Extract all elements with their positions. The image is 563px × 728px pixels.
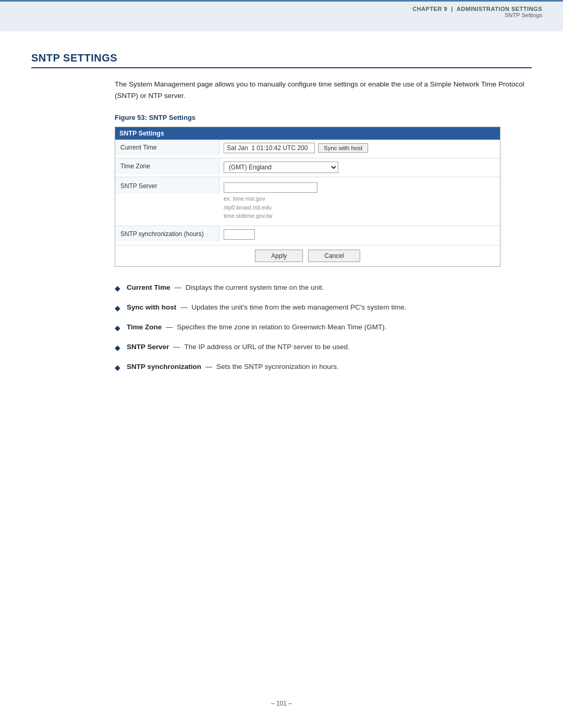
sntp-sync-value <box>219 226 500 243</box>
bullet-item-sntp-sync: ◆ SNTP synchronization — Sets the SNTP s… <box>115 362 532 373</box>
timezone-select[interactable]: (GMT) England <box>224 162 338 173</box>
sntp-table-header: SNTP Settings <box>115 127 500 140</box>
term-time-zone: Time Zone <box>127 323 162 331</box>
dash-3: — <box>166 323 175 331</box>
sntp-settings-table: SNTP Settings Current Time Sync with hos… <box>115 127 500 267</box>
sntp-server-input[interactable] <box>224 182 317 193</box>
desc-sync-host: Updates the unit's time from the web man… <box>191 303 407 311</box>
dash-4: — <box>173 343 182 351</box>
bullet-diamond-3: ◆ <box>115 323 120 334</box>
bullet-diamond-1: ◆ <box>115 283 120 294</box>
bullet-item-sntp-server: ◆ SNTP Server — The IP address or URL of… <box>115 342 532 353</box>
sntp-server-examples: ex: time.nist.govntp0.broad.mit.edutime.… <box>224 194 317 220</box>
sntp-sync-input[interactable] <box>224 229 255 240</box>
figure-caption: Figure 53: SNTP Settings <box>115 114 532 121</box>
current-time-input[interactable] <box>224 143 315 153</box>
current-time-value: Sync with host <box>219 140 500 156</box>
sntp-server-label: SNTP Server <box>115 177 219 194</box>
current-time-label: Current Time <box>115 140 219 155</box>
time-zone-label: Time Zone <box>115 158 219 174</box>
desc-sntp-sync: Sets the SNTP sycnronization in hours. <box>216 363 339 371</box>
apply-button[interactable]: Apply <box>255 250 303 262</box>
sntp-server-area: ex: time.nist.govntp0.broad.mit.edutime.… <box>224 180 317 223</box>
page-footer: – 101 – <box>0 700 563 707</box>
header-text: Chapter 9 | Administration Settings SNTP… <box>412 6 542 18</box>
sync-with-host-button[interactable]: Sync with host <box>318 143 368 153</box>
bullet-diamond-5: ◆ <box>115 362 120 373</box>
bullet-text-4: SNTP Server — The IP address or URL of t… <box>127 342 350 352</box>
section-description: The System Management page allows you to… <box>115 79 532 101</box>
section-title: SNTP Settings <box>31 52 532 68</box>
current-time-row: Current Time Sync with host <box>115 140 500 158</box>
page-header: Chapter 9 | Administration Settings SNTP… <box>0 0 563 31</box>
time-zone-value: (GMT) England <box>219 158 500 176</box>
time-zone-row: Time Zone (GMT) England <box>115 158 500 177</box>
desc-current-time: Displays the current system time on the … <box>186 283 324 291</box>
chapter-word: Chapter <box>412 6 442 12</box>
sntp-sync-label: SNTP synchronization (hours) <box>115 226 219 242</box>
bullet-text-2: Sync with host — Updates the unit's time… <box>127 302 407 313</box>
main-content: SNTP Settings The System Management page… <box>0 31 563 402</box>
dash-2: — <box>180 303 189 311</box>
page-number: – 101 – <box>271 700 292 707</box>
desc-sntp-server: The IP address or URL of the NTP server … <box>185 343 350 351</box>
dash-1: — <box>175 283 183 291</box>
chapter-number: 9 <box>444 6 447 12</box>
bullet-list: ◆ Current Time — Displays the current sy… <box>115 282 532 373</box>
chapter-title: Administration Settings <box>457 6 542 12</box>
term-sntp-server: SNTP Server <box>127 343 169 351</box>
bullet-diamond-2: ◆ <box>115 303 120 314</box>
cancel-button[interactable]: Cancel <box>308 250 360 262</box>
bullet-item-current-time: ◆ Current Time — Displays the current sy… <box>115 282 532 294</box>
desc-time-zone: Specifies the time zone in relation to G… <box>177 323 386 331</box>
bullet-diamond-4: ◆ <box>115 342 120 353</box>
bullet-text-3: Time Zone — Specifies the time zone in r… <box>127 322 386 332</box>
sntp-server-row: SNTP Server ex: time.nist.govntp0.broad.… <box>115 177 500 226</box>
header-subtitle: SNTP Settings <box>412 12 542 18</box>
dash-5: — <box>205 363 214 371</box>
bullet-text-1: Current Time — Displays the current syst… <box>127 282 324 293</box>
term-sync-host: Sync with host <box>127 303 176 311</box>
term-current-time: Current Time <box>127 283 170 291</box>
bullet-item-sync-with-host: ◆ Sync with host — Updates the unit's ti… <box>115 302 532 314</box>
term-sntp-sync: SNTP synchronization <box>127 363 201 371</box>
sntp-table-body: Current Time Sync with host Time Zone (G… <box>115 140 500 245</box>
sntp-server-value: ex: time.nist.govntp0.broad.mit.edutime.… <box>219 177 500 226</box>
bullet-text-5: SNTP synchronization — Sets the SNTP syc… <box>127 362 339 372</box>
sntp-sync-row: SNTP synchronization (hours) <box>115 226 500 245</box>
chapter-label: Chapter 9 | Administration Settings <box>412 6 542 12</box>
sntp-buttons-row: Apply Cancel <box>115 245 500 266</box>
bullet-item-time-zone: ◆ Time Zone — Specifies the time zone in… <box>115 322 532 334</box>
